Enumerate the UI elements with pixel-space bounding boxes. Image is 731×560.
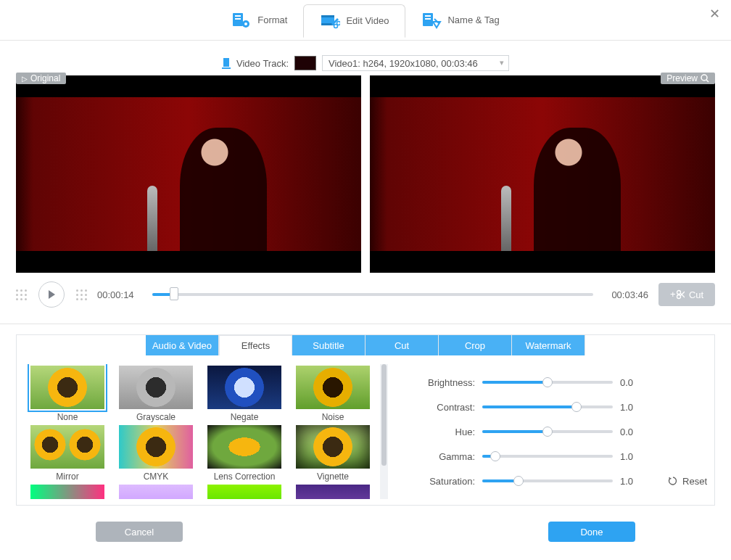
effect-extra-2[interactable]: [112, 483, 199, 499]
next-frame-button[interactable]: [76, 289, 87, 300]
cut-button[interactable]: + Cut: [658, 283, 715, 306]
tab-name-tag[interactable]: Name & Tag: [405, 4, 515, 36]
svg-point-15: [701, 75, 707, 81]
time-total: 00:03:46: [603, 289, 648, 300]
tab-format-label: Format: [257, 15, 287, 25]
effect-extra-1[interactable]: [24, 483, 111, 499]
slider-contrast-bar[interactable]: [482, 405, 613, 408]
effect-extra-4[interactable]: [289, 483, 376, 499]
svg-rect-1: [235, 15, 241, 17]
slider-hue-bar[interactable]: [482, 430, 613, 433]
sub-tabs: Audio & Video Effects Subtitle Cut Crop …: [17, 335, 714, 355]
close-icon[interactable]: ✕: [709, 6, 720, 22]
slider-gamma: Gamma: 1.0: [417, 444, 707, 469]
effect-none[interactable]: None: [24, 364, 111, 424]
time-current: 00:00:14: [97, 289, 142, 300]
effect-cmyk[interactable]: CMYK: [112, 424, 199, 483]
play-button[interactable]: [38, 281, 65, 308]
edit-video-icon: [320, 12, 340, 30]
top-tab-bar: Format Edit Video Name & Tag: [0, 0, 731, 41]
svg-text:+: +: [670, 289, 676, 300]
svg-rect-12: [425, 18, 431, 20]
effect-lens-correction[interactable]: Lens Correction: [201, 424, 288, 483]
track-icon: [222, 57, 231, 69]
effect-extra-3[interactable]: [201, 483, 288, 499]
svg-point-4: [244, 22, 247, 25]
slider-saturation: Saturation: 1.0 Reset: [417, 469, 707, 493]
svg-rect-13: [223, 58, 229, 67]
tab-edit-video-label: Edit Video: [346, 15, 389, 26]
svg-rect-11: [425, 15, 431, 17]
svg-line-16: [706, 80, 709, 82]
cut-plus-icon: +: [670, 289, 685, 300]
subtab-audio-video[interactable]: Audio & Video: [146, 335, 219, 355]
prev-frame-button[interactable]: [16, 289, 27, 300]
adjustment-sliders: Brightness: 0.0 Contrast: 1.0 Hue: 0.0 G…: [388, 364, 707, 499]
slider-hue: Hue: 0.0: [417, 419, 707, 444]
svg-point-18: [677, 291, 680, 295]
effect-vignette[interactable]: Vignette: [289, 424, 376, 483]
cancel-button[interactable]: Cancel: [96, 522, 183, 542]
effect-mirror[interactable]: Mirror: [24, 424, 111, 483]
effect-grayscale[interactable]: Grayscale: [112, 364, 199, 424]
done-button[interactable]: Done: [548, 522, 635, 542]
track-select[interactable]: Video1: h264, 1920x1080, 00:03:46: [322, 55, 509, 71]
subtab-subtitle[interactable]: Subtitle: [292, 335, 366, 355]
track-label: Video Track:: [236, 58, 289, 69]
tab-edit-video[interactable]: Edit Video: [303, 4, 405, 38]
svg-point-9: [337, 21, 341, 25]
svg-rect-6: [321, 15, 334, 17]
reset-icon: [668, 476, 678, 486]
effect-negate[interactable]: Negate: [201, 364, 288, 424]
subtab-crop[interactable]: Crop: [439, 335, 512, 355]
bottom-bar: Cancel Done: [16, 506, 715, 542]
video-track-row: Video Track: Video1: h264, 1920x1080, 00…: [0, 55, 731, 71]
effects-grid: None Grayscale Negate Noise Mirror: [24, 364, 377, 499]
slider-brightness-bar[interactable]: [482, 381, 613, 384]
track-thumbnail: [294, 56, 316, 70]
slider-brightness: Brightness: 0.0: [417, 370, 707, 395]
slider-gamma-bar[interactable]: [482, 455, 613, 458]
magnify-icon: [701, 74, 709, 83]
slider-saturation-bar[interactable]: [482, 479, 613, 482]
slider-contrast: Contrast: 1.0: [417, 395, 707, 419]
edit-pane: Audio & Video Effects Subtitle Cut Crop …: [16, 334, 715, 506]
name-tag-icon: [421, 12, 442, 29]
preview-row: ▷Original Preview: [0, 75, 731, 273]
tab-format[interactable]: Format: [215, 4, 303, 36]
subtab-effects[interactable]: Effects: [219, 335, 292, 355]
track-select-value: Video1: h264, 1920x1080, 00:03:46: [329, 58, 478, 69]
preview-video[interactable]: [370, 75, 715, 273]
timeline-slider[interactable]: [152, 293, 593, 296]
original-video[interactable]: [16, 75, 361, 273]
original-tag[interactable]: ▷Original: [16, 73, 66, 84]
svg-rect-14: [222, 67, 231, 69]
subtab-cut[interactable]: Cut: [366, 335, 439, 355]
timeline-row: 00:00:14 00:03:46 + Cut: [0, 273, 731, 324]
subtab-watermark[interactable]: Watermark: [512, 335, 585, 355]
svg-point-19: [677, 295, 680, 299]
effects-scrollbar[interactable]: [380, 364, 388, 499]
preview-tag[interactable]: Preview: [661, 73, 715, 84]
format-icon: [231, 12, 252, 29]
svg-rect-2: [235, 18, 241, 20]
cut-label: Cut: [689, 289, 703, 300]
reset-button[interactable]: Reset: [668, 476, 707, 487]
tab-name-tag-label: Name & Tag: [447, 15, 499, 25]
effect-noise[interactable]: Noise: [289, 364, 376, 424]
